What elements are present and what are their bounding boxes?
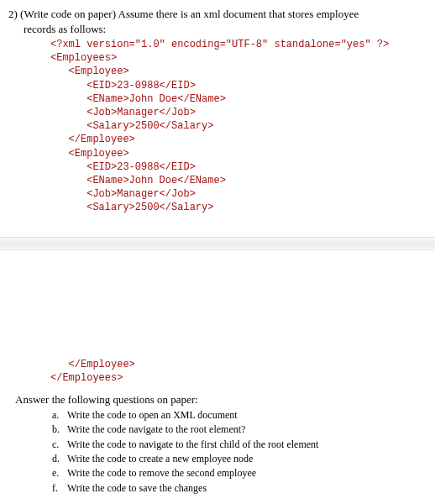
answer-letter: e.: [52, 466, 59, 480]
answer-text: Write the code to navigate to the first …: [67, 438, 318, 450]
answer-item-e: e. Write the code to remove the second e…: [52, 466, 427, 480]
answer-text: Write the code to open an XML document: [67, 409, 238, 421]
answer-item-f: f. Write the code to save the changes: [52, 481, 427, 496]
xml-code-top: <?xml version="1.0" encoding="UTF-8" sta…: [8, 38, 427, 214]
question-number: 2): [8, 8, 18, 20]
answer-text: Write the code navigate to the root elem…: [67, 423, 245, 435]
answer-item-b: b. Write the code navigate to the root e…: [52, 423, 427, 437]
question-intro-line2: records as follows:: [8, 23, 106, 35]
page-top: 2) (Write code on paper) Assume there is…: [0, 0, 435, 222]
answer-item-d: d. Write the code to create a new employ…: [52, 452, 427, 466]
answer-letter: a.: [52, 408, 59, 423]
answer-item-a: a. Write the code to open an XML documen…: [52, 408, 427, 423]
answer-letter: f.: [52, 481, 58, 496]
page-bottom: </Employee> </Employees> Answer the foll…: [0, 265, 435, 504]
answer-letter: b.: [52, 423, 60, 437]
answer-letter: d.: [52, 452, 60, 466]
page-divider: [0, 237, 435, 250]
question-header: 2) (Write code on paper) Assume there is…: [8, 7, 427, 36]
answer-text: Write the code to save the changes: [67, 482, 207, 494]
answer-text: Write the code to create a new employee …: [67, 453, 253, 465]
answer-text: Write the code to remove the second empl…: [67, 467, 256, 479]
answer-item-c: c. Write the code to navigate to the fir…: [52, 438, 427, 452]
xml-code-bottom: </Employee> </Employees>: [8, 358, 427, 385]
answer-letter: c.: [52, 438, 59, 452]
answer-list: a. Write the code to open an XML documen…: [8, 408, 427, 496]
question-intro-line1: (Write code on paper) Assume there is an…: [20, 8, 359, 20]
answer-header: Answer the following questions on paper:: [8, 393, 427, 407]
